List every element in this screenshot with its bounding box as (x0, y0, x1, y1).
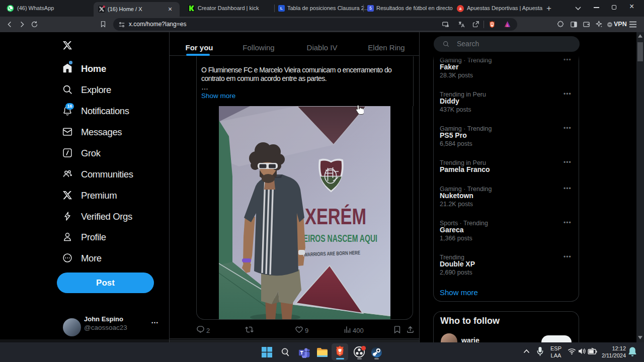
svg-text:a: a (459, 7, 462, 11)
svg-text:L: L (280, 6, 283, 11)
